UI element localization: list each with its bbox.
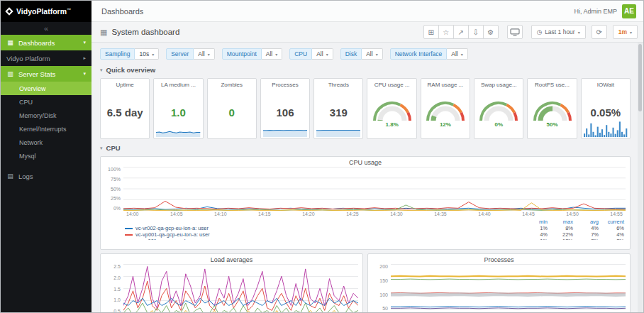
legend-sort-min[interactable]: min [522,219,548,225]
sidebar-item-logs[interactable]: ▤Logs [1,168,91,184]
legend-row: vc-vr002-qa-gcp-eu-lon-a: user1%8%4%6% [125,225,624,231]
save-button[interactable]: ⇩ [468,25,484,39]
stat-panel-title[interactable]: RAM usage ... [421,79,470,88]
sidebar-item-memory-disk[interactable]: Memory/Disk [1,109,91,122]
sidebar-item-cpu[interactable]: CPU [1,95,91,109]
chevron-down-icon: ▾ [326,52,328,57]
avatar[interactable]: AE [622,4,636,18]
stat-panel-body: 0 [208,88,256,138]
stat-panel-title[interactable]: LA medium ... [154,79,202,88]
sidebar-collapse-button[interactable]: « [1,22,91,35]
stat-panel-title[interactable]: Swap usage... [474,79,523,88]
main-area: Dashboards Hi, Admin EMP AE ▦ System das… [91,1,643,312]
legend-sort-avg[interactable]: avg [573,219,599,225]
star-button[interactable]: ☆ [438,25,454,39]
section-header-cpu[interactable]: ▾ CPU [100,143,631,153]
cpu-legend: minmaxavgcurrentvc-vr002-qa-gcp-eu-lon-a… [105,218,626,240]
logo[interactable]: VidyoPlatform™ [1,1,91,22]
filter-selected-value: 10s [139,50,149,57]
cpu-usage-panel: CPU usage 100%75%50%25%0% 14:0014:0514:1… [100,156,631,250]
legend-header-row: minmaxavgcurrent [125,219,624,225]
stat-panel-title[interactable]: Zombies [208,79,256,88]
y-tick-label: 100 [372,292,388,297]
filter-selected-value: All [198,50,204,57]
legend-series-name[interactable]: vc-vp001-qa-gcp-eu-lon-a: user [125,231,522,238]
star-icon: ☆ [443,28,449,36]
x-tick-label: 14:25 [346,212,359,218]
time-range-picker[interactable]: ◷ Last 1 hour ▾ [531,25,586,39]
dashboard-title[interactable]: System dashboard [111,28,179,36]
sidebar-item-mysql[interactable]: Mysql [1,149,91,163]
settings-gear-button[interactable]: ⚙ [483,25,499,39]
clock-icon: ◷ [537,28,542,35]
filter-value-dropdown[interactable]: All▾ [447,48,467,60]
stat-panels-row: Uptime6.5 dayLA medium ...1.0Zombies0Pro… [100,78,631,139]
filter-value-dropdown[interactable]: All▾ [194,48,214,60]
add-panel-icon: ⊞ [428,28,434,36]
legend-sort-current[interactable]: current [599,219,624,225]
stat-panel-title[interactable]: RootFS use... [528,79,576,88]
stat-panel-value: 0.05% [591,107,621,119]
add-panel-button[interactable]: ⊞ [423,25,439,39]
processes-plot[interactable] [391,264,626,312]
filter-selected-value: All [316,50,323,57]
sidebar-item-network[interactable]: Network [1,136,91,149]
sidebar-item-server-stats[interactable]: ▥Server Stats▾ [1,66,91,82]
filter-value-dropdown[interactable]: All▾ [362,48,382,60]
filter-value-dropdown[interactable]: All▾ [312,48,333,60]
cpu-usage-panel-title[interactable]: CPU usage [105,157,626,167]
section-title: CPU [106,144,121,152]
refresh-interval-picker[interactable]: 1m ▾ [613,25,638,39]
filter-value-dropdown[interactable]: All▾ [262,48,282,60]
share-button[interactable]: ↗ [453,25,469,39]
cpu-usage-y-axis: 100%75%50%25%0% [105,167,123,211]
y-tick-label: 100% [105,167,121,172]
chart-canvas [391,264,626,312]
chevron-down-icon: ▾ [152,52,154,57]
legend-series-name[interactable]: vc-vr002-qa-gcp-eu-lon-a: user [125,225,522,231]
processes-chart: 200150100500 [372,264,626,312]
refresh-button[interactable]: ⟳ [592,25,607,39]
processes-panel-title[interactable]: Processes [372,254,626,264]
stat-panel-zombies: Zombies0 [207,78,257,139]
sidebar-item-dashboards[interactable]: ▦Dashboards▾ [1,35,91,50]
y-tick-label: 1.5 [105,287,121,292]
load-averages-panel-title[interactable]: Load averages [105,254,358,264]
load-averages-plot[interactable] [123,264,358,312]
stat-panel-title[interactable]: Uptime [101,79,149,88]
stat-panel-title[interactable]: CPU usage ... [367,79,416,88]
tv-mode-button[interactable] [507,25,523,39]
sidebar-item-vidyo-platform[interactable]: Vidyo Platform▸ [1,50,91,66]
stat-panel-title[interactable]: IOWait [582,79,630,88]
cpu-usage-plot[interactable] [123,167,626,211]
section-header-quick-overview[interactable]: ▾ Quick overview [100,65,631,75]
y-tick-label: 1.0 [105,297,121,302]
scrollbar-thumb[interactable] [638,44,642,111]
filter-value-dropdown[interactable]: 10s▾ [135,48,159,60]
stat-panel-body: 106 [261,88,309,138]
stat-panel-title[interactable]: Threads [314,79,362,88]
chevron-down-icon: ▾ [208,52,210,57]
chevron-right-icon: ▸ [83,55,86,61]
y-tick-label: 25% [105,196,121,201]
collapse-chevrons-icon: « [44,24,48,33]
x-tick-label: 14:40 [478,212,491,218]
sidebar-item-kernel-interrupts[interactable]: Kernel/Interrupts [1,122,91,136]
legend-sort-max[interactable]: max [548,219,573,225]
filter-label: Server [166,48,194,60]
legend-series-name[interactable]: vc-vs001-qa-gcp-eu-lon-a: user [125,238,522,240]
gauge-chart [424,99,467,123]
breadcrumb[interactable]: Dashboards [101,7,143,16]
sparkline-chart [156,126,200,137]
stat-panel-title[interactable]: Processes [261,79,309,88]
gauge-chart [531,99,574,123]
sidebar-item-overview[interactable]: Overview [1,82,91,95]
stat-panel-la-medium: LA medium ...1.0 [153,78,203,139]
filter-server: ServerAll▾ [166,48,215,60]
dashboard-content: Sampling10s▾ServerAll▾MountpointAll▾CPUA… [91,43,643,312]
filter-label: Sampling [100,48,135,60]
legend-avg-value: 7% [573,231,599,238]
refresh-interval-label: 1m [618,28,627,35]
legend-row: vc-vp001-qa-gcp-eu-lon-a: user4%22%7%4% [125,231,624,238]
sidebar-item-label: Kernel/Interrupts [19,126,86,133]
